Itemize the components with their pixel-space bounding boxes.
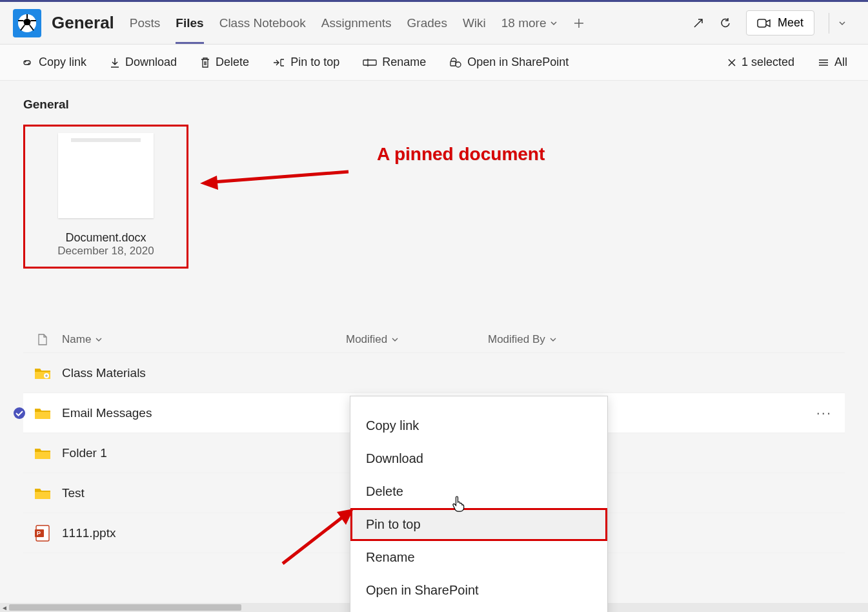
download-icon	[110, 57, 120, 68]
pop-out-icon	[692, 17, 705, 30]
app-root: General Posts Files Class Notebook Assig…	[0, 0, 868, 612]
chevron-down-icon	[838, 19, 846, 27]
tab-more[interactable]: 18 more	[501, 5, 558, 42]
folder-icon	[34, 486, 52, 500]
tab-posts[interactable]: Posts	[130, 5, 161, 42]
svg-marker-8	[200, 176, 218, 190]
svg-point-5	[456, 62, 461, 67]
close-icon	[727, 58, 736, 67]
file-icon	[37, 333, 48, 346]
annotation-pinned-label: A pinned document	[377, 144, 545, 165]
tab-grades[interactable]: Grades	[407, 5, 447, 42]
svg-line-7	[213, 172, 348, 182]
column-modified[interactable]: Modified	[346, 333, 488, 346]
soccer-ball-icon	[17, 13, 37, 34]
document-thumbnail	[58, 133, 154, 218]
file-toolbar: Copy link Download Delete Pin to top Ren…	[0, 45, 868, 81]
row-checkmark[interactable]	[13, 407, 26, 420]
meet-button[interactable]: Meet	[746, 10, 814, 36]
add-tab-button[interactable]	[573, 17, 585, 29]
context-menu: Copy link Download Delete Pin to top Ren…	[350, 396, 608, 612]
chevron-down-icon	[391, 336, 399, 343]
row-more-button[interactable]: ···	[816, 405, 832, 422]
pin-icon	[272, 57, 285, 68]
file-name: Class Materials	[62, 366, 146, 380]
refresh-icon	[719, 17, 732, 30]
toolbar-copy-link-label: Copy link	[39, 56, 86, 69]
trash-icon	[200, 57, 210, 68]
file-row[interactable]: Class Materials	[23, 353, 845, 393]
tab-wiki[interactable]: Wiki	[463, 5, 486, 42]
toolbar-open-sharepoint-label: Open in SharePoint	[467, 56, 569, 69]
toolbar-selected-count: 1 selected	[742, 56, 794, 69]
ctx-rename[interactable]: Rename	[350, 541, 607, 574]
toolbar-delete[interactable]: Delete	[200, 56, 249, 69]
column-name[interactable]: Name	[62, 333, 346, 346]
ctx-download[interactable]: Download	[350, 442, 607, 475]
svg-point-12	[14, 407, 25, 419]
chevron-down-icon	[550, 19, 558, 27]
toolbar-view-all-label: All	[834, 56, 847, 69]
annotation-arrow-1	[194, 165, 355, 191]
toolbar-download-label: Download	[125, 56, 177, 69]
pop-out-button[interactable]	[692, 17, 705, 30]
meet-label: Meet	[778, 16, 803, 30]
file-name: Folder 1	[62, 446, 107, 460]
svg-rect-6	[450, 61, 456, 66]
folder-icon	[34, 446, 52, 460]
powerpoint-icon: P	[35, 524, 50, 542]
toolbar-view-all[interactable]: All	[818, 56, 847, 69]
channel-header: General Posts Files Class Notebook Assig…	[0, 2, 868, 45]
svg-marker-10	[337, 509, 354, 525]
column-modified-label: Modified	[346, 333, 387, 346]
header-actions: Meet	[692, 10, 855, 36]
file-name: Test	[62, 486, 85, 500]
toolbar-delete-label: Delete	[216, 56, 249, 69]
team-avatar[interactable]	[13, 9, 41, 37]
toolbar-open-sharepoint[interactable]: Open in SharePoint	[449, 56, 569, 69]
link-icon	[21, 57, 34, 68]
chevron-down-icon	[549, 336, 557, 343]
column-modified-by[interactable]: Modified By	[488, 333, 630, 346]
file-name: 1111.pptx	[62, 526, 116, 540]
plus-icon	[573, 17, 585, 29]
pinned-document-card[interactable]: Document.docx December 18, 2020	[23, 125, 188, 269]
refresh-button[interactable]	[719, 17, 732, 30]
cursor-pointer-icon	[452, 495, 466, 512]
scroll-left-arrow-icon[interactable]: ◄	[0, 603, 9, 612]
rename-icon	[363, 58, 377, 67]
tab-more-label: 18 more	[501, 16, 547, 30]
tab-files[interactable]: Files	[176, 5, 203, 42]
toolbar-clear-selection[interactable]: 1 selected	[727, 56, 794, 69]
pinned-doc-name: Document.docx	[30, 231, 181, 245]
toolbar-download[interactable]: Download	[110, 56, 177, 69]
breadcrumb[interactable]: General	[23, 97, 845, 112]
ctx-open-sharepoint[interactable]: Open in SharePoint	[350, 574, 607, 607]
chevron-down-icon	[95, 336, 103, 343]
ctx-delete[interactable]: Delete	[350, 475, 607, 508]
ctx-copy-link[interactable]: Copy link	[350, 409, 607, 442]
ctx-pin-to-top[interactable]: Pin to top	[350, 508, 607, 541]
tab-assignments[interactable]: Assignments	[321, 5, 392, 42]
svg-text:P: P	[37, 530, 41, 536]
video-camera-icon	[757, 18, 771, 28]
column-modified-by-label: Modified By	[488, 333, 545, 346]
svg-line-9	[283, 515, 346, 564]
column-name-label: Name	[62, 333, 91, 346]
tab-class-notebook[interactable]: Class Notebook	[219, 5, 306, 42]
toolbar-pin[interactable]: Pin to top	[272, 56, 339, 69]
channel-tabs: Posts Files Class Notebook Assignments G…	[130, 5, 692, 42]
folder-link-icon	[34, 366, 52, 380]
sharepoint-icon	[449, 57, 462, 68]
toolbar-rename[interactable]: Rename	[363, 56, 426, 69]
folder-icon	[34, 406, 52, 420]
check-circle-icon	[13, 407, 26, 420]
toolbar-copy-link[interactable]: Copy link	[21, 56, 86, 69]
channel-title: General	[52, 13, 114, 33]
pinned-doc-date: December 18, 2020	[30, 245, 181, 258]
column-type-icon	[23, 333, 62, 346]
annotation-arrow-2	[270, 505, 360, 570]
svg-rect-2	[758, 19, 766, 27]
file-name: Email Messages	[62, 406, 152, 420]
meet-dropdown[interactable]	[829, 13, 855, 34]
